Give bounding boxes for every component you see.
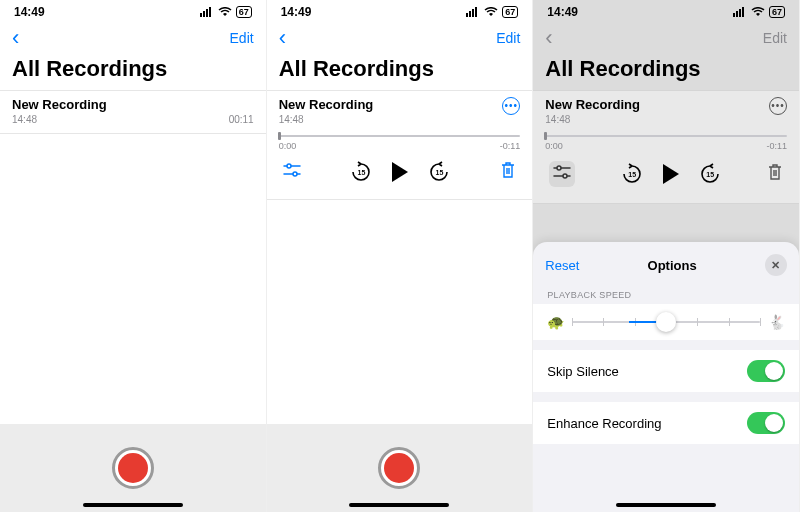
signal-icon — [733, 7, 747, 17]
wifi-icon — [751, 7, 765, 17]
speed-slider-knob[interactable] — [656, 312, 676, 332]
home-indicator[interactable] — [349, 503, 449, 507]
status-time: 14:49 — [281, 5, 312, 19]
more-options-button[interactable]: ••• — [502, 97, 520, 115]
skip-back-button[interactable]: 15 — [350, 161, 372, 183]
options-sheet: Reset Options ✕ PLAYBACK SPEED 🐢 — [533, 242, 799, 512]
scrubber[interactable]: 0:00 -0:11 — [279, 135, 521, 151]
page-title: All Recordings — [0, 52, 266, 90]
options-sliders-icon[interactable] — [283, 163, 301, 181]
page-title: All Recordings — [267, 52, 533, 90]
recording-row[interactable]: New Recording 14:48 00:11 — [0, 90, 266, 134]
recording-time: 14:48 — [12, 114, 107, 125]
scrubber-current: 0:00 — [279, 141, 297, 151]
record-button[interactable] — [112, 447, 154, 489]
edit-button[interactable]: Edit — [763, 30, 787, 46]
skip-silence-row: Skip Silence — [533, 350, 799, 392]
page-title: All Recordings — [533, 52, 799, 90]
svg-rect-12 — [733, 13, 735, 17]
enhance-recording-row: Enhance Recording — [533, 402, 799, 444]
recording-name: New Recording — [279, 97, 374, 112]
svg-point-17 — [557, 166, 561, 170]
skip-silence-label: Skip Silence — [547, 364, 619, 379]
scrubber-remaining: -0:11 — [766, 141, 787, 151]
signal-icon — [200, 7, 214, 17]
playback-speed-label: PLAYBACK SPEED — [533, 286, 799, 304]
recording-row-expanded: New Recording 14:48 ••• 0:00 -0:11 15 — [267, 90, 533, 200]
wifi-icon — [218, 7, 232, 17]
enhance-recording-label: Enhance Recording — [547, 416, 661, 431]
scrubber-current: 0:00 — [545, 141, 563, 151]
svg-rect-5 — [469, 11, 471, 17]
skip-forward-button[interactable]: 15 — [699, 163, 721, 185]
record-footer — [0, 424, 266, 512]
svg-rect-15 — [742, 7, 744, 17]
scrubber-knob[interactable] — [278, 132, 281, 140]
svg-rect-6 — [472, 9, 474, 17]
sheet-title: Options — [648, 258, 697, 273]
playback-speed-card: 🐢 🐇 — [533, 304, 799, 340]
status-time: 14:49 — [14, 5, 45, 19]
battery-icon: 67 — [769, 6, 785, 18]
record-button-inner — [118, 453, 148, 483]
screen-options-sheet: 14:49 67 ‹ Edit All Recordings New Recor… — [533, 0, 800, 512]
status-bar: 14:49 67 — [267, 0, 533, 24]
sheet-close-button[interactable]: ✕ — [765, 254, 787, 276]
skip-forward-button[interactable]: 15 — [428, 161, 450, 183]
record-footer — [267, 424, 533, 512]
back-chevron-icon[interactable]: ‹ — [279, 25, 286, 51]
nav-bar: ‹ Edit — [267, 24, 533, 52]
recording-name: New Recording — [12, 97, 107, 112]
scrubber[interactable]: 0:00 -0:11 — [545, 135, 787, 151]
play-button[interactable] — [663, 164, 679, 184]
recording-duration: 00:11 — [229, 114, 254, 125]
recording-name: New Recording — [545, 97, 640, 112]
options-sliders-icon[interactable] — [549, 161, 575, 187]
battery-icon: 67 — [502, 6, 518, 18]
more-options-button[interactable]: ••• — [769, 97, 787, 115]
enhance-recording-toggle[interactable] — [747, 412, 785, 434]
ellipsis-icon: ••• — [771, 101, 785, 111]
svg-rect-4 — [466, 13, 468, 17]
trash-icon[interactable] — [767, 163, 783, 185]
screen-expanded: 14:49 67 ‹ Edit All Recordings New Recor… — [267, 0, 534, 512]
scrubber-remaining: -0:11 — [500, 141, 521, 151]
svg-point-11 — [293, 172, 297, 176]
svg-rect-2 — [206, 9, 208, 17]
screen-collapsed: 14:49 67 ‹ Edit All Recordings New Recor… — [0, 0, 267, 512]
svg-rect-7 — [475, 7, 477, 17]
svg-rect-13 — [736, 11, 738, 17]
skip-silence-toggle[interactable] — [747, 360, 785, 382]
recording-time: 14:48 — [545, 114, 640, 125]
ellipsis-icon: ••• — [505, 101, 519, 111]
speed-slider[interactable] — [572, 321, 760, 323]
sheet-reset-button[interactable]: Reset — [545, 258, 579, 273]
recording-row-expanded: New Recording 14:48 ••• 0:00 -0:11 15 — [533, 90, 799, 204]
signal-icon — [466, 7, 480, 17]
svg-rect-3 — [209, 7, 211, 17]
svg-rect-1 — [203, 11, 205, 17]
playback-controls: 15 15 — [279, 151, 521, 191]
close-icon: ✕ — [771, 259, 780, 272]
record-button[interactable] — [378, 447, 420, 489]
home-indicator[interactable] — [616, 503, 716, 507]
playback-controls: 15 15 — [545, 151, 787, 195]
edit-button[interactable]: Edit — [230, 30, 254, 46]
play-button[interactable] — [392, 162, 408, 182]
edit-button[interactable]: Edit — [496, 30, 520, 46]
nav-bar: ‹ Edit — [533, 24, 799, 52]
back-chevron-icon[interactable]: ‹ — [12, 25, 19, 51]
wifi-icon — [484, 7, 498, 17]
status-time: 14:49 — [547, 5, 578, 19]
scrubber-knob[interactable] — [544, 132, 547, 140]
status-bar: 14:49 67 — [0, 0, 266, 24]
nav-bar: ‹ Edit — [0, 24, 266, 52]
home-indicator[interactable] — [83, 503, 183, 507]
status-bar: 14:49 67 — [533, 0, 799, 24]
skip-back-button[interactable]: 15 — [621, 163, 643, 185]
svg-rect-0 — [200, 13, 202, 17]
svg-point-9 — [287, 164, 291, 168]
svg-point-19 — [563, 174, 567, 178]
trash-icon[interactable] — [500, 161, 516, 183]
back-chevron-icon: ‹ — [545, 25, 552, 51]
